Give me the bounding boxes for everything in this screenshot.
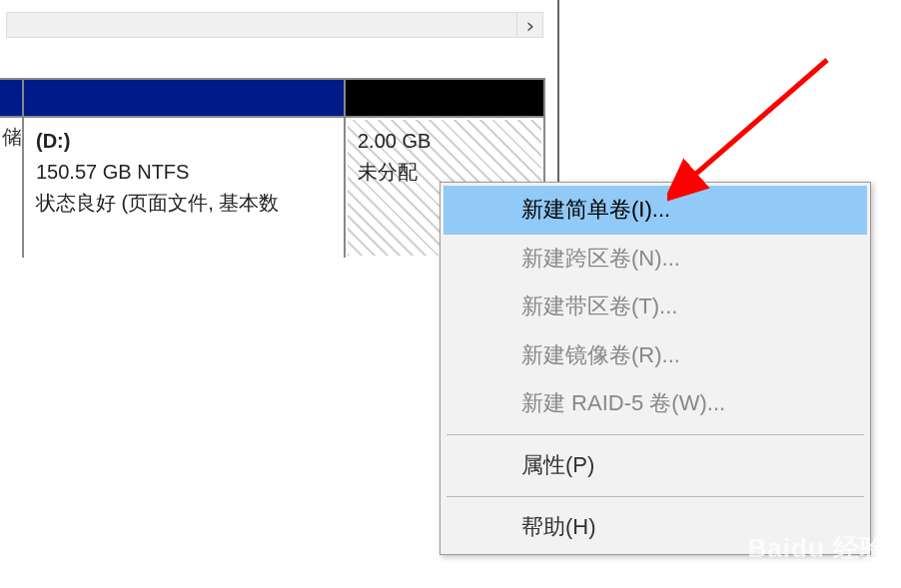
volume-status: 储	[0, 118, 22, 258]
scroll-right-button[interactable]: ›	[516, 13, 542, 37]
menu-new-mirrored-volume: 新建镜像卷(R)...	[444, 331, 867, 380]
volume-size: 150.57 GB NTFS	[36, 157, 332, 188]
volume-d[interactable]: (D:) 150.57 GB NTFS 状态良好 (页面文件, 基本数	[24, 78, 346, 258]
volume-header	[0, 80, 22, 118]
volume-header	[24, 80, 344, 118]
menu-properties[interactable]: 属性(P)	[444, 441, 867, 490]
volume-size: 2.00 GB	[358, 126, 531, 157]
menu-help[interactable]: 帮助(H)	[444, 503, 867, 552]
volume-partial-left[interactable]: 储	[0, 78, 24, 258]
menu-separator	[447, 496, 864, 497]
volume-header	[346, 80, 543, 118]
volume-status: 状态良好 (页面文件, 基本数	[36, 188, 332, 219]
svg-line-1	[689, 60, 827, 180]
watermark-url: jingyan.baidu.com	[748, 564, 887, 580]
menu-new-striped-volume: 新建带区卷(T)...	[444, 283, 867, 331]
menu-new-spanned-volume: 新建跨区卷(N)...	[444, 235, 867, 284]
menu-separator	[447, 434, 864, 435]
context-menu: 新建简单卷(I)... 新建跨区卷(N)... 新建带区卷(T)... 新建镜像…	[440, 182, 871, 555]
volume-body: (D:) 150.57 GB NTFS 状态良好 (页面文件, 基本数	[24, 118, 344, 258]
horizontal-scrollbar[interactable]: ›	[6, 12, 543, 38]
menu-new-raid5-volume: 新建 RAID-5 卷(W)...	[444, 379, 867, 428]
menu-new-simple-volume[interactable]: 新建简单卷(I)...	[444, 186, 867, 235]
volume-label: (D:)	[36, 126, 332, 157]
